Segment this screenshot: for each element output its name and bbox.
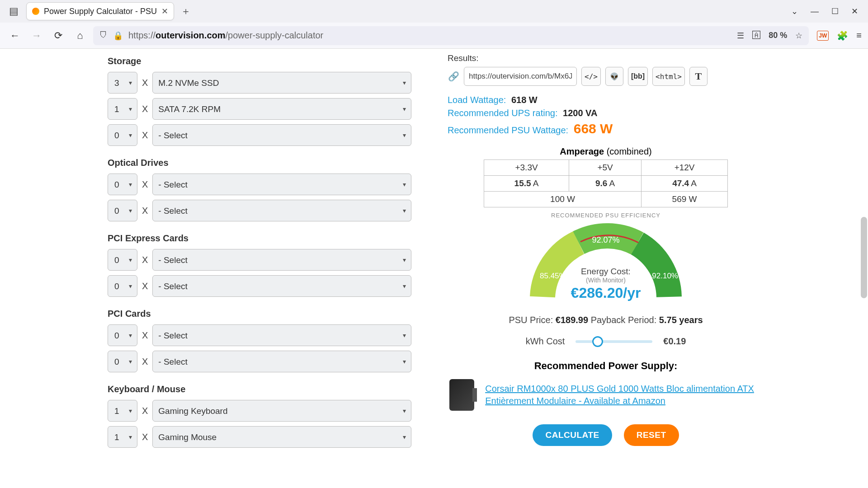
energy-cost-value: €286.20/yr <box>524 285 687 301</box>
kb-row-1: 1 X Gaming Mouse <box>108 426 411 448</box>
tabs-dropdown-icon[interactable]: ⌄ <box>791 6 798 16</box>
storage-item-2[interactable]: - Select <box>152 124 411 146</box>
address-bar-tools: ☰ 🄰 80 % ☆ <box>737 31 802 41</box>
kb-qty-1[interactable]: 1 <box>108 426 137 448</box>
psu-label: Recommended PSU Wattage: <box>448 125 568 135</box>
optical-item-0[interactable]: - Select <box>152 174 411 195</box>
lock-icon[interactable]: 🔒 <box>113 31 123 41</box>
pcie-qty-1[interactable]: 0 <box>108 275 137 297</box>
pcie-qty-0[interactable]: 0 <box>108 249 137 271</box>
kwh-value: €0.19 <box>663 336 686 347</box>
bookmark-star-icon[interactable]: ☆ <box>795 31 802 41</box>
eff-mid: 92.07% <box>524 235 687 245</box>
sidebar-toggle-icon[interactable]: ▤ <box>5 2 23 20</box>
recommended-psu-link[interactable]: Corsair RM1000x 80 PLUS Gold 1000 Watts … <box>485 383 762 407</box>
recommended-psu-title: Recommended Power Supply: <box>448 360 764 372</box>
storage-qty-2[interactable]: 0 <box>108 124 137 146</box>
home-button[interactable]: ⌂ <box>71 27 89 44</box>
storage-item-1[interactable]: SATA 7.2K RPM <box>152 98 411 120</box>
tab-active[interactable]: Power Supply Calculator - PSU ✕ <box>26 2 174 20</box>
share-bbcode-button[interactable]: [bb] <box>628 67 648 86</box>
window-controls: ⌄ — ☐ ✕ <box>791 6 863 16</box>
storage-qty-0[interactable]: 3 <box>108 72 137 94</box>
energy-cost-label: Energy Cost: <box>524 267 687 277</box>
pci-qty-1[interactable]: 0 <box>108 351 137 372</box>
psu-value: 668 W <box>574 121 613 136</box>
share-html-button[interactable]: <html> <box>652 67 685 86</box>
pci-item-0[interactable]: - Select <box>152 324 411 346</box>
x-label: X <box>142 432 148 442</box>
reload-button[interactable]: ⟳ <box>50 27 67 44</box>
translate-icon[interactable]: 🄰 <box>752 31 760 40</box>
share-text-button[interactable]: T <box>689 67 708 86</box>
reset-button[interactable]: RESET <box>624 424 679 446</box>
minimize-icon[interactable]: — <box>811 7 819 16</box>
storage-item-0[interactable]: M.2 NVMe SSD <box>152 72 411 94</box>
link-icon[interactable]: 🔗 <box>448 70 459 82</box>
recommended-psu-row: Corsair RM1000x 80 PLUS Gold 1000 Watts … <box>448 379 764 411</box>
share-embed-button[interactable]: </> <box>581 67 601 86</box>
address-bar: ← → ⟳ ⌂ ⛉ 🔒 https://outervision.com/powe… <box>0 23 868 49</box>
x-label: X <box>142 406 148 416</box>
reader-mode-icon[interactable]: ☰ <box>737 31 744 41</box>
tab-bar: ▤ Power Supply Calculator - PSU ✕ ＋ ⌄ — … <box>0 0 868 23</box>
section-optical-title: Optical Drives <box>108 158 411 168</box>
amp-w2: 569 W <box>642 192 728 207</box>
section-pci-title: PCI Cards <box>108 309 411 319</box>
content-wrap: Storage 3 X M.2 NVMe SSD 1 X SATA 7.2K R… <box>99 53 769 474</box>
browser-chrome: ▤ Power Supply Calculator - PSU ✕ ＋ ⌄ — … <box>0 0 868 49</box>
x-label: X <box>142 255 148 265</box>
pci-row-0: 0 X - Select <box>108 324 411 346</box>
optical-qty-1[interactable]: 0 <box>108 200 137 221</box>
pci-item-1[interactable]: - Select <box>152 351 411 372</box>
share-url-input[interactable] <box>464 67 577 86</box>
zoom-level[interactable]: 80 % <box>769 31 787 40</box>
optical-qty-0[interactable]: 0 <box>108 174 137 195</box>
close-window-icon[interactable]: ✕ <box>851 6 858 16</box>
kb-item-1[interactable]: Gaming Mouse <box>152 426 411 448</box>
optical-row-0: 0 X - Select <box>108 174 411 195</box>
optical-item-1[interactable]: - Select <box>152 200 411 221</box>
amp-h3: +12V <box>642 160 728 176</box>
shield-icon[interactable]: ⛉ <box>99 31 108 40</box>
tab-title: Power Supply Calculator - PSU <box>44 7 157 16</box>
pcie-row-0: 0 X - Select <box>108 249 411 271</box>
pci-qty-0[interactable]: 0 <box>108 324 137 346</box>
amp-h2: +5V <box>569 160 642 176</box>
efficiency-gauge: RECOMMENDED PSU EFFICIENCY 85.45% 92.07%… <box>524 216 687 306</box>
extensions-icon[interactable]: 🧩 <box>837 30 848 41</box>
section-pcie-title: PCI Express Cards <box>108 233 411 244</box>
new-tab-button[interactable]: ＋ <box>178 3 194 19</box>
amp-a1: 15.5 A <box>484 176 569 192</box>
maximize-icon[interactable]: ☐ <box>831 6 839 16</box>
kwh-slider[interactable] <box>576 340 652 343</box>
kb-item-0[interactable]: Gaming Keyboard <box>152 400 411 422</box>
pcie-item-1[interactable]: - Select <box>152 275 411 297</box>
url-field[interactable]: ⛉ 🔒 https://outervision.com/power-supply… <box>93 26 809 45</box>
psu-image <box>449 379 474 411</box>
calculate-button[interactable]: CALCULATE <box>533 424 612 446</box>
ups-rating: Recommended UPS rating: 1200 VA <box>448 108 764 118</box>
share-bar: 🔗 </> 👽 [bb] <html> T <box>448 67 764 86</box>
payback-label: Payback Period: <box>591 315 659 325</box>
hamburger-menu-icon[interactable]: ≡ <box>856 30 862 41</box>
tab-close-icon[interactable]: ✕ <box>161 6 168 16</box>
forward-button: → <box>28 27 45 44</box>
amperage-title-bold: Amperage <box>560 146 604 156</box>
kb-qty-0[interactable]: 1 <box>108 400 137 422</box>
share-reddit-button[interactable]: 👽 <box>605 67 623 86</box>
x-label: X <box>142 130 148 141</box>
x-label: X <box>142 78 148 88</box>
button-row: CALCULATE RESET <box>448 424 764 446</box>
scrollbar-thumb[interactable] <box>861 217 867 298</box>
optical-row-1: 0 X - Select <box>108 200 411 221</box>
toolbar-right: JW 🧩 ≡ <box>813 30 862 41</box>
extension1-icon[interactable]: JW <box>817 31 829 41</box>
storage-qty-1[interactable]: 1 <box>108 98 137 120</box>
amp-a3: 47.4 A <box>642 176 728 192</box>
amp-h1: +3.3V <box>484 160 569 176</box>
back-button[interactable]: ← <box>6 27 24 44</box>
x-label: X <box>142 330 148 341</box>
pcie-item-0[interactable]: - Select <box>152 249 411 271</box>
pcie-row-1: 0 X - Select <box>108 275 411 297</box>
